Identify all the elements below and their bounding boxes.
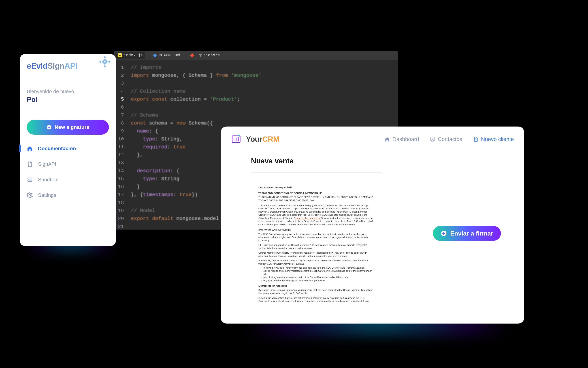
home-icon: [27, 146, 33, 152]
svg-rect-13: [28, 180, 32, 182]
crm-nav-item-label: Contactos: [438, 136, 462, 142]
doc-bullet: engaging in other networking and educati…: [263, 279, 374, 282]
svg-rect-6: [104, 65, 106, 68]
doc-h-overview: OVERVIEW AND ACTIVITIES: [258, 229, 374, 232]
js-file-icon: JS: [118, 53, 122, 57]
doc-pol-2: In particular, you confirm that you are …: [258, 296, 374, 302]
gear-icon: [27, 192, 33, 198]
editor-tab-label: .gitignore: [196, 53, 220, 58]
crm-brand-part-1: Your: [246, 135, 262, 143]
editor-tab[interactable]: .gitignore: [188, 52, 222, 59]
crm-nav-item[interactable]: Dashboard: [384, 136, 419, 142]
crm-panel: YourCRM DashboardContactosNuevo cliente …: [221, 127, 524, 323]
svg-rect-4: [190, 53, 194, 57]
new-signature-button[interactable]: New signature: [27, 120, 109, 135]
sidebar-item-label: Sandbox: [38, 177, 58, 183]
welcome-label: Bienvenido de nuevo,: [27, 89, 109, 94]
sidebar-item[interactable]: Settings: [27, 192, 109, 198]
crm-heading: Nueva venta: [251, 157, 514, 165]
doc-bullets: receiving rewards for referring friends …: [263, 266, 374, 282]
info-file-icon: i: [153, 53, 157, 57]
send-to-sign-button[interactable]: Enviar a firmar: [433, 226, 501, 241]
doc-ov-2: GLG provides opportunities for Council M…: [258, 243, 374, 250]
brand-part-2: Sign: [47, 61, 64, 71]
svg-rect-5: [104, 56, 106, 59]
home-icon: [384, 137, 390, 142]
svg-rect-7: [99, 61, 102, 63]
brand-diamond-icon: [99, 56, 111, 68]
doc-intro: THIS IS A BINDING CONTRACT. PLEASE READ …: [258, 196, 374, 202]
layers-icon: [27, 177, 33, 183]
svg-rect-8: [108, 61, 111, 63]
document-icon: [27, 161, 33, 167]
sidebar-item[interactable]: SignAPI: [27, 161, 109, 167]
crm-header: YourCRM DashboardContactosNuevo cliente: [231, 134, 514, 144]
editor-tab[interactable]: iREADME.md: [150, 52, 183, 59]
plus-circle-icon: [46, 125, 52, 130]
new-signature-button-label: New signature: [55, 124, 89, 130]
svg-point-10: [104, 61, 106, 63]
crm-brand-part-2: CRM: [262, 135, 279, 143]
doc-bullet: participating in online discussions with…: [263, 276, 374, 279]
doc-pol-1: By signing these Terms & Conditions, you…: [258, 288, 374, 295]
sidebar-item-label: SignAPI: [38, 161, 56, 167]
doc-h-policies: MEMBERSHIP POLICIES: [258, 285, 374, 288]
send-to-sign-label: Enviar a firmar: [450, 230, 493, 237]
svg-rect-12: [28, 178, 32, 179]
sidebar-item[interactable]: Documentación: [27, 146, 109, 152]
editor-tab-label: README.md: [159, 53, 180, 58]
brand-part-3: API: [64, 61, 77, 71]
brand-logo: eEvid Sign API: [27, 61, 109, 71]
doc-ov-3: Council Members who qualify for Member P…: [258, 251, 374, 258]
username-display: Pol: [27, 96, 109, 104]
document-preview: Last updated January 4, 2016 TERMS AND C…: [251, 172, 381, 302]
crm-nav: DashboardContactosNuevo cliente: [384, 136, 514, 142]
svg-point-14: [29, 194, 31, 196]
doc-title: TERMS AND CONDITIONS OF COUNCIL MEMBERSH…: [258, 192, 374, 195]
doc-bullet: receiving rewards for referring friends …: [263, 266, 374, 269]
crm-nav-item[interactable]: Nuevo cliente: [473, 136, 514, 142]
crm-chart-icon: [231, 134, 241, 144]
svg-point-20: [432, 138, 433, 139]
crm-nav-item[interactable]: Contactos: [430, 136, 462, 142]
editor-tab[interactable]: JSindex.js: [115, 52, 145, 59]
file-icon: [473, 137, 478, 142]
plus-circle-icon: [440, 230, 447, 237]
doc-bullet: selling reports and other syndicated con…: [263, 269, 374, 276]
doc-ov-4: Additionally, Council Members may be eli…: [258, 259, 374, 265]
editor-tabs: JSindex.jsiREADME.md.gitignore: [114, 51, 398, 60]
users-icon: [430, 137, 435, 142]
doc-ov-1: The GLG Councils are groups of professio…: [258, 233, 374, 242]
sidebar-nav: DocumentaciónSignAPISandboxSettings: [27, 146, 109, 198]
svg-text:JS: JS: [119, 54, 121, 57]
doc-link[interactable]: councils.glgresearch.com: [295, 217, 321, 220]
doc-terms: These terms and conditions of council me…: [258, 204, 374, 226]
crm-nav-item-label: Dashboard: [392, 136, 419, 142]
svg-text:i: i: [155, 54, 155, 57]
editor-tab-label: index.js: [124, 53, 143, 58]
sidebar-item[interactable]: Sandbox: [27, 177, 109, 183]
crm-nav-item-label: Nuevo cliente: [481, 136, 514, 142]
sidebar-item-label: Settings: [38, 192, 56, 198]
brand-part-1: eEvid: [27, 61, 47, 71]
sidebar-item-label: Documentación: [38, 146, 76, 151]
app-sidebar: eEvid Sign API Bienvenido de nuevo, Pol …: [20, 54, 116, 246]
doc-updated: Last updated January 4, 2016: [258, 186, 374, 189]
crm-brand: YourCRM: [246, 135, 279, 144]
git-file-icon: [190, 53, 194, 57]
